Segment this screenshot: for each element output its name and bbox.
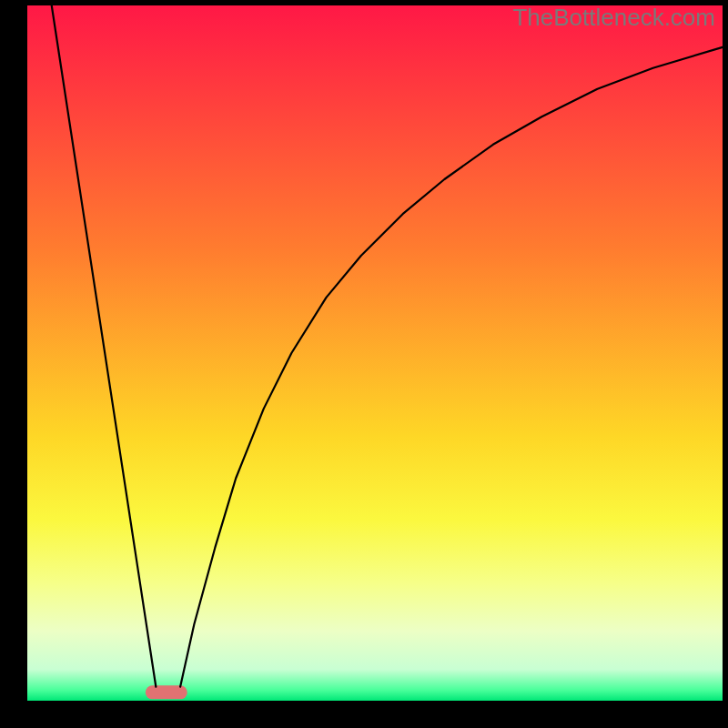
svg-rect-3 bbox=[723, 5, 728, 701]
chart-background bbox=[27, 5, 723, 701]
chart-container: TheBottleneck.com bbox=[0, 0, 728, 728]
svg-rect-1 bbox=[0, 701, 728, 728]
bottleneck-chart bbox=[0, 0, 728, 728]
bottleneck-marker bbox=[146, 685, 187, 699]
watermark-text: TheBottleneck.com bbox=[512, 4, 715, 32]
svg-rect-2 bbox=[0, 5, 27, 701]
